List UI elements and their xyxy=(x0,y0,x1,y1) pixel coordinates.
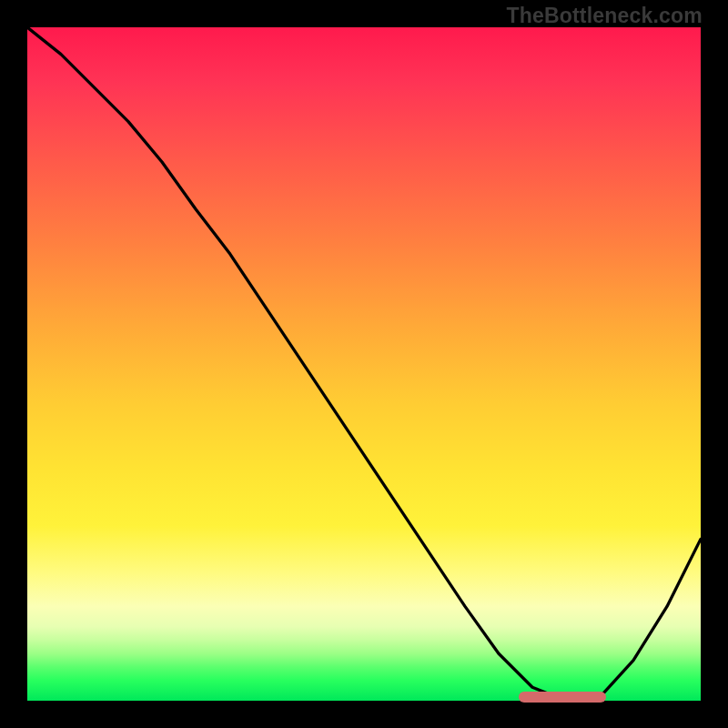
watermark-text: TheBottleneck.com xyxy=(506,4,703,28)
bottleneck-curve xyxy=(27,27,701,701)
chart-frame xyxy=(0,0,728,728)
optimal-range-marker xyxy=(519,692,606,703)
plot-area xyxy=(27,27,701,701)
curve-svg xyxy=(27,27,701,701)
